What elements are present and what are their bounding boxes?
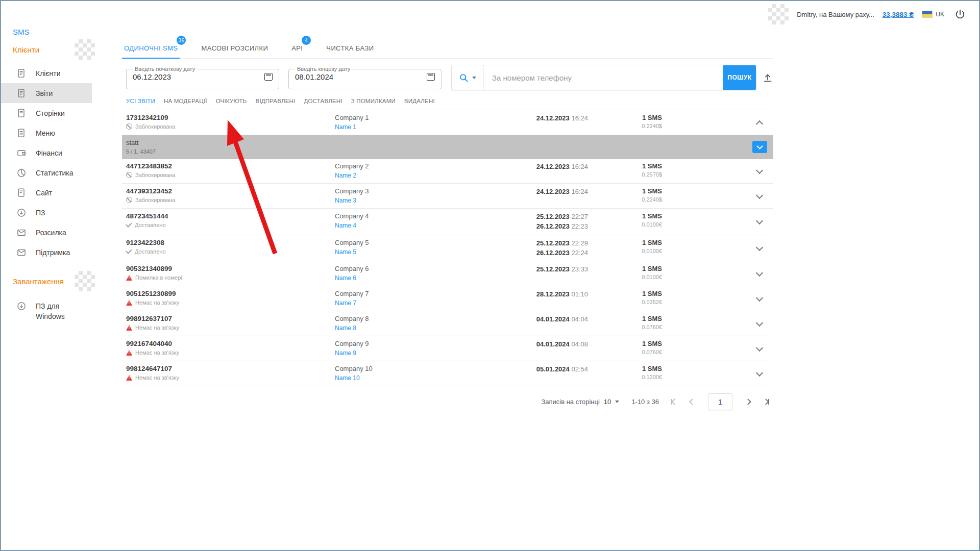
sidebar-item-pz[interactable]: ПЗ: [1, 203, 92, 222]
calendar-icon[interactable]: [264, 73, 273, 81]
table-row[interactable]: 447393123452 Заблокирована Company 3 Nam…: [122, 184, 773, 209]
sender-name-link[interactable]: Name 3: [335, 197, 462, 204]
search-type-dropdown[interactable]: [452, 65, 484, 90]
sidebar-item-pidtrymka[interactable]: Підтримка: [1, 242, 92, 262]
filter-sent[interactable]: ВІДПРАВЛЕНІ: [256, 98, 296, 104]
sms-count: 1 SMS: [588, 290, 662, 297]
filter-deleted[interactable]: ВИДАЛЕНІ: [404, 98, 435, 104]
table-row[interactable]: 998912637107 Немає на зв'язку Company 8 …: [122, 311, 773, 336]
chevron-down-icon[interactable]: [756, 269, 763, 277]
per-page-select[interactable]: Записів на сторінці 10: [541, 398, 619, 406]
tab-strip: ОДИНОЧНІ SMS 36 МАСОВІ РОЗСИЛКИ API 4 ЧИ…: [122, 40, 773, 59]
table-row[interactable]: 998124647107 Немає на зв'язку Company 10…: [122, 361, 773, 386]
next-page-button[interactable]: [746, 399, 750, 404]
table-row[interactable]: 17312342109 Заблокирована Company 1 Name…: [122, 110, 773, 135]
sidebar-item-sait[interactable]: Сайт: [1, 183, 92, 203]
tab-api[interactable]: API 4: [289, 40, 305, 58]
section-clients-label[interactable]: Клієнти: [1, 45, 39, 54]
chevron-down-icon[interactable]: [756, 243, 763, 251]
logout-button[interactable]: [954, 9, 966, 20]
date-to-field[interactable]: Введіть кінцеву дату 08.01.2024: [288, 66, 442, 89]
chevron-down-icon[interactable]: [756, 191, 763, 198]
brand-sms[interactable]: SMS: [1, 24, 92, 40]
company-name: Company 6: [335, 265, 462, 272]
filter-with-errors[interactable]: З ПОМИЛКАМИ: [351, 98, 396, 104]
table-row[interactable]: 447123483852 Заблокирована Company 2 Nam…: [122, 159, 773, 184]
tab-base-cleaning[interactable]: ЧИСТКА БАЗИ: [324, 40, 376, 58]
sms-count: 1 SMS: [588, 239, 662, 246]
status: Помилка в номері: [126, 274, 335, 281]
last-page-button[interactable]: [764, 399, 769, 405]
chevron-down-icon[interactable]: [756, 217, 763, 224]
sidebar-item-rozsylka[interactable]: Розсилка: [1, 222, 92, 242]
prev-page-button[interactable]: [690, 399, 695, 404]
sidebar-item-statystyka[interactable]: Статистика: [1, 163, 92, 183]
sender-name-link[interactable]: Name 5: [335, 248, 462, 256]
date: 26.12.2023: [536, 249, 570, 257]
first-page-button[interactable]: [671, 399, 677, 405]
sidebar-item-label: Статистика: [36, 169, 74, 177]
sender-name-link[interactable]: Name 8: [335, 324, 462, 332]
tab-single-sms[interactable]: ОДИНОЧНІ SMS 36: [122, 40, 180, 59]
tab-mass-mailings[interactable]: МАСОВІ РОЗСИЛКИ: [199, 40, 270, 58]
sender-name-link[interactable]: Name 4: [335, 222, 462, 229]
sms-cost: 0.0760€: [588, 349, 662, 355]
phone-number: 905321340899: [126, 265, 335, 272]
sidebar-item-klienty[interactable]: Клієнти: [1, 63, 92, 83]
pixel-decoration: [768, 4, 789, 24]
sidebar-item-pz-windows[interactable]: ПЗ для Windows: [1, 301, 92, 322]
chevron-down-icon[interactable]: [756, 166, 763, 173]
date: 24.12.2023: [536, 163, 570, 170]
chevron-down-icon[interactable]: [756, 319, 763, 327]
sidebar-item-menu[interactable]: Меню: [1, 123, 92, 143]
sidebar-item-label: Розсилка: [36, 229, 66, 237]
sender-name-link[interactable]: Name 9: [335, 349, 462, 357]
section-downloads-label[interactable]: Завантаження: [1, 277, 64, 286]
table-row[interactable]: 992167404040 Немає на зв'язку Company 9 …: [122, 336, 773, 361]
date-to-value[interactable]: 08.01.2024: [295, 72, 333, 81]
filter-on-moderation[interactable]: НА МОДЕРАЦІЇ: [164, 98, 207, 104]
sidebar-item-finansy[interactable]: Фінанси: [1, 143, 92, 163]
tab-label: API: [291, 44, 303, 52]
company-name: Company 7: [335, 290, 462, 297]
sidebar-item-zvity[interactable]: Звіти: [1, 83, 92, 103]
blocked-icon: [126, 123, 132, 130]
sidebar-item-label: Сайт: [36, 189, 52, 197]
time: 22:24: [571, 249, 588, 257]
sender-name-link[interactable]: Name 7: [335, 299, 462, 307]
search-input[interactable]: [484, 65, 723, 90]
date-from-value[interactable]: 06.12.2023: [133, 72, 171, 81]
expand-actions-button[interactable]: [752, 141, 767, 153]
time: 16:24: [571, 163, 588, 170]
report-icon: [16, 88, 27, 98]
balance-link[interactable]: 33,3883 ₴: [883, 11, 914, 18]
chevron-down-icon[interactable]: [756, 369, 763, 377]
sidebar-item-storinky[interactable]: Сторінки: [1, 103, 92, 123]
filter-delivered[interactable]: ДОСТАВЛЕНІ: [304, 98, 342, 104]
phone-number: 447123483852: [126, 162, 335, 170]
table-row[interactable]: 905321340899 Помилка в номері Company 6 …: [122, 261, 773, 286]
chevron-down-icon[interactable]: [756, 344, 763, 352]
chevron-up-icon[interactable]: [756, 120, 763, 127]
export-button[interactable]: [762, 72, 773, 83]
date-from-label: Введіть початкову дату: [133, 66, 197, 72]
sender-name-link[interactable]: Name 6: [335, 274, 462, 282]
current-page-box[interactable]: 1: [708, 393, 732, 410]
error-warning-icon: [126, 375, 132, 381]
chevron-down-icon[interactable]: [756, 294, 763, 302]
filter-all-reports[interactable]: УСІ ЗВІТИ: [126, 98, 155, 104]
table-row[interactable]: 9051251230899 Немає на зв'язку Company 7…: [122, 286, 773, 311]
sender-name-link[interactable]: Name 10: [335, 374, 462, 382]
date: 05.01.2024: [536, 365, 570, 373]
date-from-field[interactable]: Введіть початкову дату 06.12.2023: [126, 66, 279, 89]
sender-name-link[interactable]: Name 1: [335, 123, 462, 131]
language-selector[interactable]: UK: [922, 11, 944, 18]
search-button[interactable]: ПОШУК: [723, 65, 756, 90]
table-row[interactable]: 48723451444 Доставлено Company 4 Name 4 …: [122, 209, 773, 235]
table-row[interactable]: 9123422308 Доставлено Company 5 Name 5 2…: [122, 235, 773, 262]
sender-name-link[interactable]: Name 2: [335, 172, 462, 179]
filter-pending[interactable]: ОЧІКУЮТЬ: [216, 98, 247, 104]
sms-cost: 0.0760€: [588, 324, 662, 330]
calendar-icon[interactable]: [427, 73, 435, 81]
per-page-value: 10: [604, 398, 611, 406]
